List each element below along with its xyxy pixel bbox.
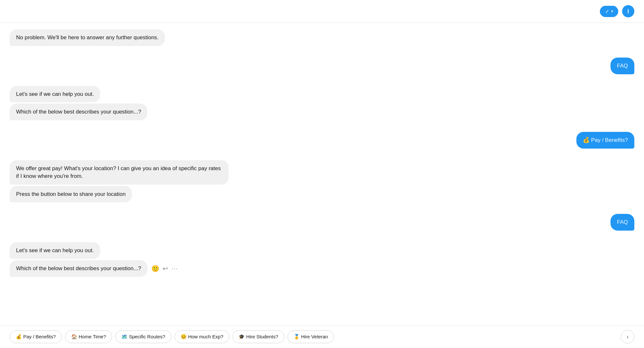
scroll-right-button[interactable]: › [621,330,634,343]
quick-reply-hire-students[interactable]: 🎓 Hire Students? [232,330,284,343]
bubble: No problem. We'll be here to answer any … [10,29,165,46]
quick-reply-pay-benefits[interactable]: 💰 Pay / Benefits? [10,330,62,343]
message-group-6: FAQ [10,214,634,232]
message-group-5: We offer great pay! What's your location… [10,160,634,204]
message-with-actions: Which of the below best describes your q… [10,260,178,277]
bubble: We offer great pay! What's your location… [10,160,229,185]
quick-reply-label: 🏠 Home Time? [71,334,106,340]
info-icon: i [627,8,629,15]
bubble: Let's see if we can help you out. [10,242,100,259]
more-options-icon[interactable]: ⋯ [171,265,178,272]
quick-reply-how-much-exp[interactable]: 😊 How much Exp? [175,330,229,343]
quick-reply-label: 😊 How much Exp? [181,334,223,340]
message-group-4: 💰 Pay / Benefits? [10,132,634,150]
bubble: Which of the below best describes your q… [10,104,147,120]
quick-reply-label: 🎓 Hire Students? [239,334,278,340]
quick-replies-bar: 💰 Pay / Benefits? 🏠 Home Time? 🗺️ Specif… [0,325,644,348]
messages-area: No problem. We'll be here to answer any … [0,23,644,325]
arrow-right-icon: › [627,334,629,340]
chat-container: ✓ ▾ i No problem. We'll be here to answe… [0,0,644,348]
quick-reply-hire-veterans[interactable]: 🥇 Hire Veteran [288,330,334,343]
quick-reply-label: 💰 Pay / Benefits? [16,334,56,340]
message-group-1: No problem. We'll be here to answer any … [10,29,634,47]
bubble: Let's see if we can help you out. [10,86,100,103]
bubble: Which of the below best describes your q… [10,260,147,277]
checkmark-icon: ✓ [605,8,609,14]
info-button[interactable]: i [622,5,634,17]
message-actions: 🙂 ↩ ⋯ [151,265,178,272]
bubble: 💰 Pay / Benefits? [576,132,634,149]
bubble: FAQ [611,214,634,231]
chevron-icon: ▾ [611,9,613,14]
message-group-3: Let's see if we can help you out. Which … [10,86,634,122]
bubble: FAQ [611,58,634,74]
quick-reply-label: 🗺️ Specific Routes? [121,334,165,340]
quick-reply-home-time[interactable]: 🏠 Home Time? [65,330,112,343]
check-button[interactable]: ✓ ▾ [600,6,618,17]
reply-icon[interactable]: ↩ [163,265,168,272]
quick-reply-specific-routes[interactable]: 🗺️ Specific Routes? [115,330,171,343]
emoji-reaction-icon[interactable]: 🙂 [151,265,159,272]
top-bar: ✓ ▾ i [0,0,644,23]
message-group-7: Let's see if we can help you out. Which … [10,242,634,277]
quick-reply-label: 🥇 Hire Veteran [294,334,328,340]
message-group-2: FAQ [10,58,634,76]
bubble: Press the button below to share your loc… [10,186,132,203]
